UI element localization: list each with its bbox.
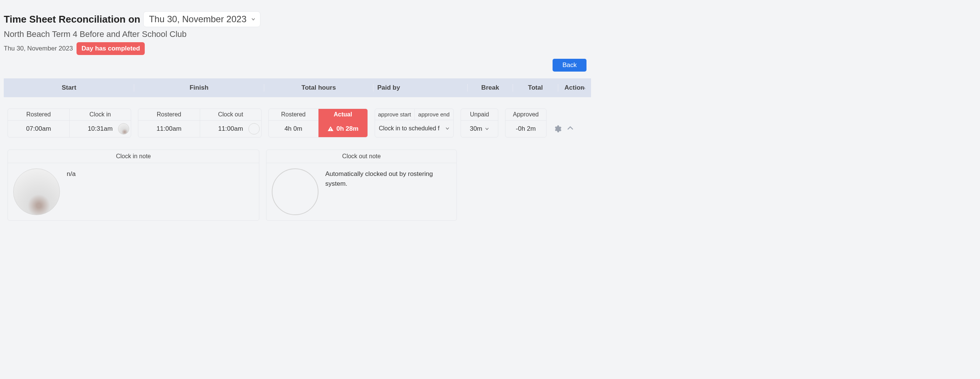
- chevron-down-icon: [445, 126, 450, 131]
- page-title: Time Sheet Reconciliation on: [4, 14, 140, 25]
- th-actual-label: Actual: [318, 109, 368, 121]
- clockin-note-avatar: [13, 168, 60, 215]
- approved-card: Approved -0h 2m: [505, 108, 547, 138]
- back-button[interactable]: Back: [552, 59, 587, 71]
- clockin-note-text: n/a: [67, 168, 76, 215]
- table-header: Start Finish Total hours Paid by Break T…: [4, 78, 591, 97]
- date-dropdown[interactable]: Thu 30, November 2023: [143, 11, 261, 27]
- col-total: Total: [513, 84, 558, 92]
- svg-rect-1: [331, 130, 331, 131]
- start-clockin-time: 10:31am: [88, 125, 113, 133]
- paid-by-selected: Clock in to scheduled f: [379, 125, 439, 132]
- action-icons: [553, 108, 574, 138]
- th-rostered-value: 4h 0m: [269, 121, 318, 137]
- approved-label: Approved: [506, 109, 546, 121]
- start-clockin-label: Clock in: [70, 109, 131, 121]
- start-clockin-time-cell: 10:31am: [70, 121, 131, 137]
- total-hours-card: Rostered Actual 4h 0m 0h 28m: [268, 108, 368, 138]
- approved-value: -0h 2m: [506, 121, 546, 137]
- approve-start-label[interactable]: approve start: [375, 109, 415, 120]
- start-rostered-label: Rostered: [8, 109, 70, 121]
- approve-end-label[interactable]: approve end: [415, 109, 454, 120]
- notes-row: Clock in note n/a Clock out note Automat…: [4, 141, 591, 225]
- clockin-note-card: Clock in note n/a: [8, 149, 259, 221]
- finish-card: Rostered Clock out 11:00am 11:00am: [138, 108, 262, 138]
- chevron-down-icon: [485, 127, 489, 131]
- finish-clockout-time: 11:00am: [218, 125, 243, 133]
- clockout-note-avatar: [272, 168, 318, 215]
- col-start: Start: [4, 84, 134, 92]
- warning-icon: [327, 125, 334, 132]
- small-date-label: Thu 30, November 2023: [4, 45, 73, 52]
- date-dropdown-label: Thu 30, November 2023: [149, 14, 247, 24]
- clockin-note-title: Clock in note: [8, 150, 259, 163]
- clockout-note-card: Clock out note Automatically clocked out…: [266, 149, 457, 221]
- th-actual-value: 0h 28m: [336, 125, 358, 133]
- break-card: Unpaid 30m: [461, 108, 498, 138]
- finish-rostered-label: Rostered: [138, 109, 200, 121]
- col-action[interactable]: Action: [558, 84, 591, 92]
- finish-clockout-time-cell: 11:00am: [200, 121, 262, 137]
- break-value: 30m: [469, 125, 482, 133]
- clockin-avatar-icon[interactable]: [118, 123, 129, 135]
- col-paid-by: Paid by: [374, 84, 468, 92]
- break-unpaid-label: Unpaid: [461, 109, 498, 121]
- finish-clockout-label: Clock out: [200, 109, 262, 121]
- col-finish: Finish: [134, 84, 264, 92]
- gear-icon[interactable]: [553, 125, 562, 133]
- chevron-down-icon: [251, 17, 256, 21]
- status-badge: Day has completed: [76, 42, 145, 55]
- finish-rostered-time: 11:00am: [138, 121, 200, 137]
- col-total-hours: Total hours: [264, 84, 374, 92]
- clockout-note-text: Automatically clocked out by rostering s…: [325, 168, 451, 215]
- th-rostered-label: Rostered: [269, 109, 318, 121]
- timesheet-row: Rostered Clock in 07:00am 10:31am Roster…: [4, 97, 591, 141]
- clockout-avatar-icon[interactable]: [248, 123, 260, 135]
- col-break: Break: [468, 84, 513, 92]
- th-actual-cell: 0h 28m: [318, 121, 368, 137]
- clockout-note-title: Clock out note: [266, 150, 457, 163]
- paid-by-dropdown[interactable]: Clock in to scheduled f: [375, 120, 453, 137]
- svg-rect-0: [331, 128, 331, 130]
- break-dropdown[interactable]: 30m: [461, 121, 498, 137]
- paid-by-card: approve start approve end Clock in to sc…: [375, 108, 454, 138]
- program-name: North Beach Term 4 Before and After Scho…: [4, 29, 591, 39]
- chevron-up-icon[interactable]: [567, 125, 574, 133]
- chevron-up-icon: [581, 85, 586, 90]
- start-card: Rostered Clock in 07:00am 10:31am: [8, 108, 131, 138]
- start-rostered-time: 07:00am: [8, 121, 70, 137]
